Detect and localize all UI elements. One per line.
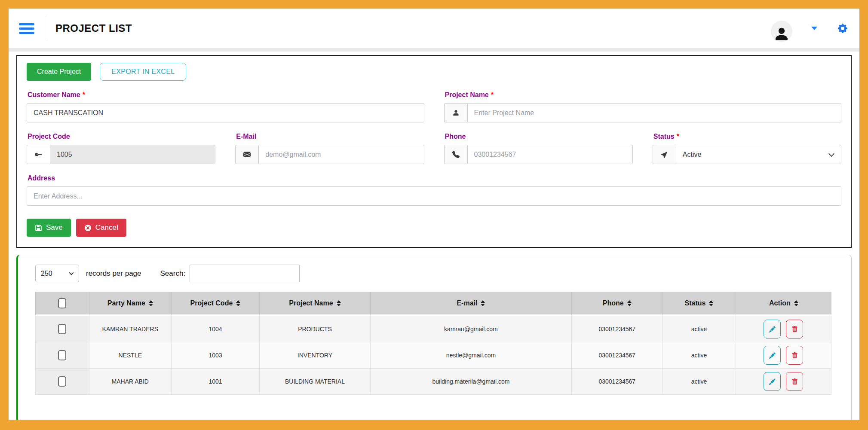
form-actions: Save Cancel	[27, 219, 841, 237]
phone-label: Phone	[445, 133, 633, 140]
column-header-party-name[interactable]: Party Name	[89, 292, 172, 316]
save-button[interactable]: Save	[27, 219, 71, 237]
table-controls: 250 records per page Search:	[35, 265, 831, 282]
menu-icon[interactable]	[19, 23, 34, 34]
email-cell: building.materila@gmail.com	[371, 369, 572, 395]
save-icon	[35, 224, 42, 232]
action-cell	[736, 342, 831, 369]
phone-group: Phone	[444, 122, 633, 164]
form-grid: Customer Name* Project Name* Project Cod…	[27, 81, 841, 206]
create-project-button[interactable]: Create Project	[27, 63, 91, 81]
phone-icon	[444, 145, 467, 164]
trash-icon	[791, 326, 798, 332]
sort-icon	[794, 300, 798, 306]
person-icon	[444, 103, 467, 122]
row-checkbox[interactable]	[58, 376, 66, 387]
column-header-email[interactable]: E-mail	[371, 292, 572, 316]
pencil-icon	[769, 378, 776, 385]
key-icon	[27, 145, 50, 164]
row-checkbox[interactable]	[58, 350, 66, 360]
edit-button[interactable]	[764, 346, 781, 365]
customer-name-group: Customer Name*	[27, 81, 424, 122]
app-window: PROJECT LIST Create Project EXPORT IN EX…	[9, 9, 859, 420]
status-select[interactable]: Active	[676, 145, 841, 164]
sort-icon	[627, 300, 632, 306]
project-name-cell: PRODUCTS	[260, 316, 370, 342]
project-name-group: Project Name*	[444, 81, 842, 122]
projects-table: Party Name Project Code Project Name E-m…	[35, 292, 831, 395]
edit-button[interactable]	[764, 320, 781, 339]
customer-name-input[interactable]	[27, 103, 424, 122]
header-divider	[45, 16, 45, 41]
sort-icon	[337, 300, 341, 306]
party-name-cell: NESTLE	[89, 342, 172, 369]
delete-button[interactable]	[786, 320, 803, 339]
party-name-cell: MAHAR ABID	[89, 369, 172, 395]
project-code-group: Project Code	[27, 122, 215, 164]
email-cell: kamran@gmail.com	[371, 316, 572, 342]
pencil-icon	[769, 326, 776, 332]
required-mark: *	[677, 133, 679, 140]
column-header-action[interactable]: Action	[736, 292, 831, 316]
edit-button[interactable]	[764, 372, 781, 391]
status-group: Status* Active	[653, 122, 841, 164]
trash-icon	[791, 352, 798, 359]
phone-input[interactable]	[467, 145, 633, 164]
phone-cell: 03001234567	[572, 342, 663, 369]
action-cell	[736, 316, 831, 342]
project-code-input	[50, 145, 215, 164]
cancel-button-label: Cancel	[95, 223, 118, 232]
action-cell	[736, 369, 831, 395]
records-per-page-text: records per page	[86, 269, 141, 278]
page-title: PROJECT LIST	[55, 22, 132, 34]
person-icon	[773, 26, 790, 42]
search-label: Search:	[160, 269, 186, 278]
sort-icon	[149, 300, 153, 306]
column-header-project-code[interactable]: Project Code	[172, 292, 260, 316]
address-label: Address	[28, 174, 841, 182]
email-cell: nestle@gmail.com	[371, 342, 572, 369]
save-button-label: Save	[46, 223, 63, 232]
page-size-select[interactable]: 250	[35, 265, 79, 282]
avatar[interactable]	[771, 21, 792, 42]
column-header-project-name[interactable]: Project Name	[260, 292, 370, 316]
customer-name-label: Customer Name*	[28, 91, 424, 99]
row-select-cell	[35, 369, 89, 395]
project-name-label: Project Name*	[445, 91, 842, 99]
select-all-checkbox[interactable]	[58, 298, 66, 308]
project-code-cell: 1001	[172, 369, 260, 395]
status-cell: active	[663, 316, 736, 342]
project-code-cell: 1003	[172, 342, 260, 369]
phone-cell: 03001234567	[572, 316, 663, 342]
column-header-status[interactable]: Status	[663, 292, 736, 316]
caret-down-icon[interactable]	[811, 27, 817, 30]
project-name-cell: INVENTORY	[260, 342, 370, 369]
address-input[interactable]	[27, 186, 841, 206]
column-header-phone[interactable]: Phone	[572, 292, 663, 316]
select-all-header[interactable]	[35, 292, 89, 316]
address-group: Address	[27, 164, 841, 206]
row-checkbox[interactable]	[58, 324, 66, 334]
delete-button[interactable]	[786, 372, 803, 391]
top-bar: PROJECT LIST	[9, 9, 859, 48]
table-header-row: Party Name Project Code Project Name E-m…	[35, 292, 831, 316]
status-cell: active	[663, 342, 736, 369]
sort-icon	[709, 300, 713, 306]
party-name-cell: KAMRAN TRADERS	[89, 316, 172, 342]
email-input[interactable]	[258, 145, 424, 164]
gear-icon[interactable]	[838, 24, 847, 33]
table-row: KAMRAN TRADERS 1004 PRODUCTS kamran@gmai…	[35, 316, 831, 342]
project-name-input[interactable]	[467, 103, 842, 122]
search-input[interactable]	[190, 265, 300, 282]
required-mark: *	[83, 91, 85, 98]
table-row: MAHAR ABID 1001 BUILDING MATERIAL buildi…	[35, 369, 831, 395]
required-mark: *	[491, 91, 494, 98]
email-group: E-Mail	[235, 122, 424, 164]
cancel-button[interactable]: Cancel	[76, 219, 126, 237]
table-row: NESTLE 1003 INVENTORY nestle@gmail.com 0…	[35, 342, 831, 369]
project-table-card: 250 records per page Search: Party Name	[16, 255, 852, 420]
export-excel-button[interactable]: EXPORT IN EXCEL	[100, 63, 186, 81]
sort-icon	[236, 300, 240, 306]
delete-button[interactable]	[786, 346, 803, 365]
form-toolbar: Create Project EXPORT IN EXCEL	[27, 63, 841, 81]
